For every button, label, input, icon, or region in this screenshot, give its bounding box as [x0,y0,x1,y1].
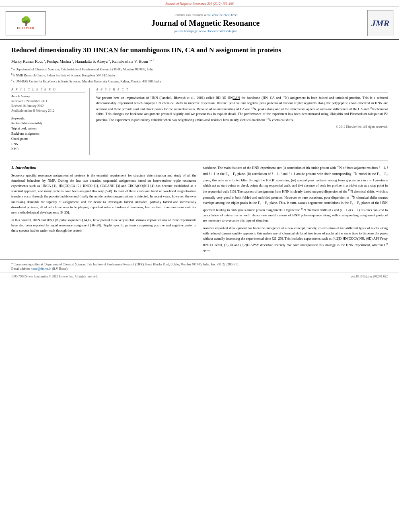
elsevier-brand-text: ELSEVIER [17,27,34,30]
jmr-brand-text: JMR [371,18,389,29]
title-underline: CAN [103,46,118,54]
copyright: © 2012 Elsevier Inc. All rights reserved… [96,125,388,129]
keyword-6: NMR [11,147,85,152]
journal-homepage: journal homepage: www.elsevier.com/locat… [54,29,357,33]
affiliation-c: c c UM-DAE Centre for Excellence in Basi… [11,78,388,84]
issn-line: 1090-7807/$ - see front matter © 2012 El… [11,275,98,278]
elsevier-header: 🌳 ELSEVIER Contents lists available at S… [0,7,399,40]
body-left-col: 1. Introduction Sequence specific resona… [11,164,196,255]
article-info-abstract: A R T I C L E I N F O Article history: R… [11,88,388,155]
elsevier-logo-image: 🌳 ELSEVIER [8,13,44,33]
email-link[interactable]: hosur@tifr.res.in [31,267,51,271]
keyword-4: Check points [11,137,85,142]
affiliation-b: b b NMR Research Centre, Indian Institut… [11,72,388,78]
abstract-column: A B S T R A C T We present here an impro… [96,88,388,155]
tree-icon: 🌳 [21,17,31,26]
journal-header-bar: Journal of Magnetic Resonance 216 (2012)… [0,0,399,7]
sciverse-prefix: Contents lists available at [174,13,207,17]
article-title: Reduced dimensionality 3D HNCAN for unam… [11,46,388,55]
journal-main-title: Journal of Magnetic Resonance [54,18,357,28]
history-label: Article history: [11,94,85,98]
header-center: Contents lists available at SciVerse Sci… [50,13,361,33]
article-info-column: A R T I C L E I N F O Article history: R… [11,88,90,155]
revised-date: Revised 16 January 2012 [11,104,85,109]
available-date: Available online 8 February 2012 [11,109,85,113]
sciverse-link[interactable]: SciVerse ScienceDirect [208,13,238,17]
bottom-bar: 1090-7807/$ - see front matter © 2012 El… [0,273,399,280]
footnote-email: E-mail address: hosur@tifr.res.in (R.V. … [11,267,388,271]
article-history: Article history: Received 2 November 201… [11,94,85,113]
right-para2: Another important development has been t… [203,226,388,253]
intro-para1: Sequence specific resonance assignment o… [11,173,196,215]
footnote-star: * Corresponding author at: Department of… [11,262,388,267]
elsevier-logo-area: 🌳 ELSEVIER [6,11,50,35]
keyword-1: Reduced dimensionality [11,121,85,126]
journal-title-top: Journal of Magnetic Resonance 216 (2012)… [165,2,233,6]
elsevier-logo-box: 🌳 ELSEVIER [6,11,46,35]
received-date: Received 2 November 2011 [11,99,85,104]
abstract-label: A B S T R A C T [96,88,388,92]
abstract-text: We present here an improvisation of HNN … [96,94,388,122]
right-para1: backbone. The main features of the HNN e… [203,164,388,223]
keyword-5: HNN [11,142,85,147]
keyword-3: Backbone assignment [11,131,85,137]
affiliations: a a Department of Chemical Sciences, Tat… [11,66,388,84]
sciverse-line: Contents lists available at SciVerse Sci… [54,13,357,17]
jmr-logo-area: JMR [361,10,393,36]
footnotes: * Corresponding author at: Department of… [0,259,399,273]
body-right-col: backbone. The main features of the HNN e… [203,164,388,255]
intro-para2: In this context, HNN and HN(C)N pulse se… [11,218,196,234]
keywords-group: Keywords: Reduced dimensionality Triplet… [11,117,85,152]
keyword-2: Triplet peak pattern [11,126,85,131]
jmr-logo-box: JMR [367,10,393,36]
article-info-label: A R T I C L E I N F O [11,88,85,92]
doi-line: doi:10.1016/j.jmr.2012.01.022 [351,275,388,278]
authors: Manoj Kumar Rout a, Pushpa Mishra a, Han… [11,59,388,64]
keywords-label: Keywords: [11,117,85,120]
main-content: Reduced dimensionality 3D HNCAN for unam… [0,40,399,259]
body-content: 1. Introduction Sequence specific resona… [11,164,388,255]
section-divider [11,160,388,160]
keywords-list: Reduced dimensionality Triplet peak patt… [11,121,85,152]
affiliation-a: a a Department of Chemical Sciences, Tat… [11,66,388,72]
intro-heading: 1. Introduction [11,164,196,171]
